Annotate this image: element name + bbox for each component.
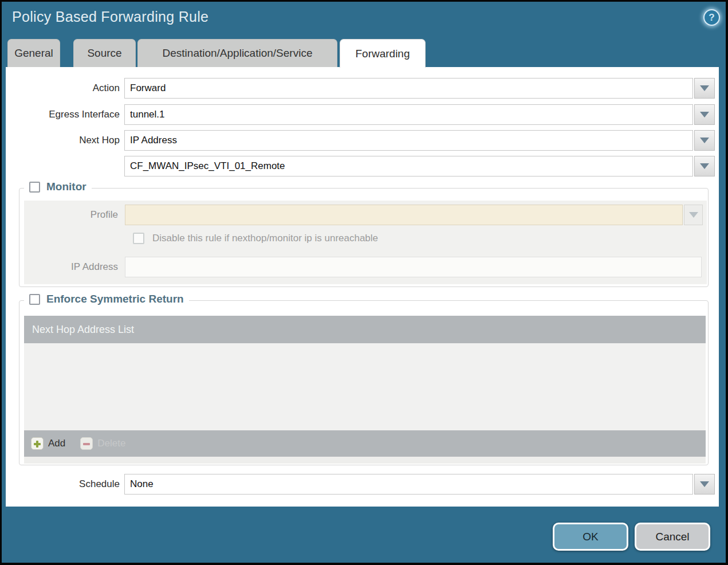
action-label: Action: [6, 83, 124, 94]
policy-based-forwarding-dialog: Policy Based Forwarding Rule ? General S…: [0, 0, 728, 565]
chevron-down-icon: [689, 212, 698, 218]
egress-interface-dropdown-button[interactable]: [694, 104, 715, 125]
next-hop-address-list-header: Next Hop Address List: [24, 316, 706, 343]
add-button[interactable]: Add: [31, 437, 65, 450]
next-hop-address-dropdown-button[interactable]: [694, 156, 715, 176]
profile-row: Profile: [24, 205, 703, 225]
action-dropdown-button[interactable]: [694, 78, 715, 99]
next-hop-row: Next Hop: [6, 130, 715, 151]
help-icon[interactable]: ?: [703, 9, 720, 26]
action-row: Action: [6, 78, 715, 99]
profile-dropdown-button: [684, 205, 703, 225]
schedule-input[interactable]: [124, 474, 693, 495]
disable-rule-checkbox: [133, 233, 144, 244]
action-input[interactable]: [124, 78, 693, 99]
chevron-down-icon: [700, 481, 709, 487]
minus-icon: [80, 437, 93, 450]
monitor-group: Monitor Profile Disable this rule if nex…: [19, 188, 709, 287]
tab-general[interactable]: General: [7, 39, 60, 67]
delete-button-label: Delete: [97, 438, 125, 449]
ok-button[interactable]: OK: [553, 523, 628, 551]
monitor-legend-label: Monitor: [46, 181, 86, 193]
enforce-symmetric-return-legend: Enforce Symmetric Return: [24, 293, 189, 305]
next-hop-address-row: [6, 156, 715, 176]
monitor-ip-address-label: IP Address: [24, 261, 125, 273]
enforce-symmetric-return-checkbox[interactable]: [29, 294, 40, 305]
schedule-dropdown-button[interactable]: [694, 474, 715, 495]
next-hop-address-list-body: [24, 343, 706, 430]
disable-rule-label: Disable this rule if nexthop/monitor ip …: [152, 233, 378, 244]
next-hop-label: Next Hop: [6, 135, 124, 146]
egress-interface-row: Egress Interface: [6, 104, 715, 125]
monitor-ip-address-row: IP Address: [24, 257, 702, 277]
profile-input: [125, 205, 683, 225]
next-hop-address-input[interactable]: [124, 156, 693, 176]
monitor-legend: Monitor: [24, 181, 92, 193]
dialog-title: Policy Based Forwarding Rule: [12, 9, 208, 25]
tab-destination-application-service[interactable]: Destination/Application/Service: [137, 39, 337, 67]
egress-interface-input[interactable]: [124, 104, 693, 125]
monitor-ip-address-input: [125, 257, 702, 277]
forwarding-tab-panel: Action Egress Interface Next Hop: [6, 67, 719, 507]
monitor-checkbox[interactable]: [29, 182, 40, 193]
chevron-down-icon: [700, 163, 709, 169]
delete-button: Delete: [80, 437, 125, 450]
chevron-down-icon: [700, 112, 709, 117]
cancel-button[interactable]: Cancel: [635, 523, 710, 551]
table-bottom-strip: [24, 457, 706, 464]
egress-interface-label: Egress Interface: [6, 109, 124, 120]
tab-source[interactable]: Source: [73, 39, 136, 67]
next-hop-address-list-table: Next Hop Address List Add Delete: [24, 316, 706, 464]
table-toolbar: Add Delete: [24, 430, 706, 457]
chevron-down-icon: [700, 138, 709, 143]
add-button-label: Add: [48, 438, 65, 449]
profile-label: Profile: [24, 209, 125, 221]
disable-rule-row: Disable this rule if nexthop/monitor ip …: [133, 233, 378, 244]
schedule-row: Schedule: [6, 474, 715, 495]
next-hop-type-dropdown-button[interactable]: [694, 130, 715, 151]
question-mark-glyph: ?: [709, 12, 714, 23]
next-hop-type-input[interactable]: [124, 130, 693, 151]
enforce-symmetric-return-legend-label: Enforce Symmetric Return: [46, 293, 184, 305]
monitor-panel: Profile Disable this rule if nexthop/mon…: [24, 201, 707, 284]
tab-forwarding[interactable]: Forwarding: [340, 39, 426, 68]
schedule-label: Schedule: [6, 478, 124, 490]
enforce-symmetric-return-group: Enforce Symmetric Return Next Hop Addres…: [19, 300, 709, 465]
plus-icon: [31, 437, 44, 450]
chevron-down-icon: [700, 85, 709, 91]
